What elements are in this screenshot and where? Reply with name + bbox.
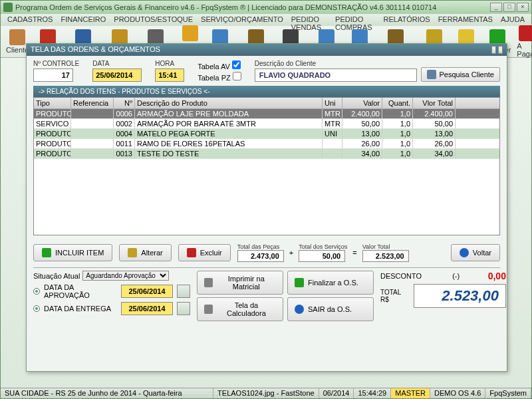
menu-pedido compras[interactable]: PEDIDO COMPRAS	[331, 14, 379, 26]
alterar-button[interactable]: Alterar	[119, 244, 171, 261]
menu-pedido vendas[interactable]: PEDIDO VENDAS	[287, 14, 331, 26]
close-button[interactable]: ×	[517, 3, 529, 12]
a pagar-icon	[519, 25, 532, 41]
dialog-help-button[interactable]: ?	[491, 46, 496, 54]
printer-icon	[204, 278, 213, 287]
total-pecas: 2.473,00	[237, 250, 284, 262]
time-field[interactable]: 15:41	[155, 68, 184, 82]
sair-button[interactable]: SAIR da O.S.	[287, 297, 374, 321]
dialog-titlebar: TELA DAS ORDENS & ORÇAMENTOS ? ×	[27, 44, 507, 56]
table-row[interactable]: PRODUTO0004MATELO PEGA FORTEUNI13,001,01…	[34, 129, 499, 139]
table-row[interactable]: PRODUTO0011RAMO DE FLORES 16PETALAS26,00…	[34, 139, 499, 149]
main-titlebar: Programa Ordem de Serviços Gerais & Fina…	[1, 1, 531, 14]
plus-icon	[42, 248, 51, 257]
delete-icon	[187, 248, 196, 257]
finalizar-button[interactable]: Finalizar a O.S.	[287, 271, 374, 295]
status-file: TELAOS1024.jpg - FastStone	[213, 388, 319, 398]
excluir-button[interactable]: Excluir	[178, 244, 231, 261]
valor-total: 2.523,00	[362, 250, 409, 262]
tabela-pz-check[interactable]: Tabela PZ	[198, 72, 241, 82]
aprov-radio[interactable]	[33, 288, 40, 295]
search-client-button[interactable]: Pesquisa Cliente	[421, 67, 500, 82]
total-final-label: TOTAL R$	[380, 289, 408, 303]
desconto-value: 0,00	[488, 271, 506, 281]
imprimir-button[interactable]: Imprimir na Matricial	[197, 271, 283, 295]
calculator-icon	[204, 305, 213, 314]
table-row[interactable]: PRODUTO0013TESTE DO TESTE34,001,034,00	[34, 149, 499, 159]
situacao-select[interactable]: Aguardando Aprovação	[82, 271, 169, 281]
items-table[interactable]: Tipo Referencia Nº Descrição do Produto …	[33, 97, 500, 235]
client-desc-label: Descrição do Cliente	[255, 60, 418, 67]
menu-financeiro[interactable]: FINANCEIRO	[57, 14, 110, 26]
tool-a pagar[interactable]: A Pagar	[514, 24, 532, 59]
entrega-radio[interactable]	[33, 305, 40, 312]
table-row[interactable]: SERVICO0002ARMAÇÃO POR BARRA ATÉ 3MTRMTR…	[34, 119, 499, 129]
voltar-button[interactable]: Voltar	[451, 244, 500, 261]
edit-icon	[128, 248, 137, 257]
entrega-label: DATA DA ENTREGA	[44, 305, 117, 313]
check-icon	[295, 278, 304, 287]
items-section-header: -> RELAÇÃO DOS ITENS - PRODUTOS E SERVIÇ…	[33, 86, 500, 97]
entrega-calendar-button[interactable]	[177, 302, 190, 315]
aprov-calendar-button[interactable]	[177, 285, 190, 298]
exit-icon	[295, 305, 304, 314]
aprov-label: DATA DA APROVAÇÃO	[44, 283, 117, 299]
calculadora-button[interactable]: Tela da Calculadora	[197, 297, 283, 321]
time-label: HORA	[155, 60, 184, 67]
tabela-av-check[interactable]: Tabela AV	[198, 61, 241, 70]
cliente-icon	[9, 29, 25, 45]
order-dialog: TELA DAS ORDENS & ORÇAMENTOS ? × Nº CONT…	[26, 43, 507, 372]
table-header: Tipo Referencia Nº Descrição do Produto …	[34, 98, 499, 109]
menu-relatórios[interactable]: RELATÓRIOS	[380, 14, 434, 26]
aprov-date[interactable]: 25/06/2014	[121, 285, 173, 298]
table-row[interactable]: PRODUTO0006ARMAÇÃO LAJE PRE MOLDADAMTR2.…	[34, 109, 499, 119]
dialog-title: TELA DAS ORDENS & ORÇAMENTOS	[31, 45, 160, 55]
date-field[interactable]: 25/06/2014	[92, 68, 142, 82]
statusbar: SUA CIDADE - RS 25 de Junho de 2014 - Qu…	[1, 388, 531, 398]
back-icon	[460, 248, 469, 257]
menubar: CADASTROSFINANCEIROPRODUTOS/ESTOQUESERVI…	[1, 14, 531, 26]
total-final-value: 2.523,00	[414, 284, 506, 308]
status-mode: MASTER	[391, 388, 430, 398]
incluir-item-button[interactable]: INCLUIR ITEM	[33, 244, 112, 261]
total-servicos: 50,00	[299, 250, 345, 262]
menu os-icon	[182, 25, 198, 41]
person-icon	[427, 70, 436, 79]
maximize-button[interactable]: □	[503, 3, 515, 12]
main-window: Programa Ordem de Serviços Gerais & Fina…	[0, 0, 532, 399]
dialog-close-button[interactable]: ×	[498, 46, 503, 54]
situacao-label: Situação Atual	[33, 272, 80, 280]
app-icon	[3, 3, 13, 12]
status-sys: FpqSystem	[485, 388, 531, 398]
minimize-button[interactable]: _	[490, 3, 502, 12]
status-city: SUA CIDADE - RS 25 de Junho de 2014 - Qu…	[1, 388, 213, 398]
desconto-label: DESCONTO	[380, 272, 422, 280]
menu-serviço/orçamento[interactable]: SERVIÇO/ORÇAMENTO	[197, 14, 287, 26]
status-time: 15:44:29	[354, 388, 391, 398]
status-date: 06/2014	[319, 388, 354, 398]
entrega-date[interactable]: 25/06/2014	[121, 302, 173, 315]
menu-ferramentas[interactable]: FERRAMENTAS	[434, 14, 497, 26]
date-label: DATA	[92, 60, 142, 67]
client-name-field[interactable]: FLAVIO QUADRADO	[255, 68, 418, 82]
status-demo: DEMO OS 4.6	[430, 388, 485, 398]
control-label: Nº CONTROLE	[33, 60, 79, 67]
window-title: Programa Ordem de Serviços Gerais & Fina…	[15, 3, 490, 11]
menu-cadastros[interactable]: CADASTROS	[3, 14, 57, 26]
control-field[interactable]: 17	[33, 68, 73, 82]
